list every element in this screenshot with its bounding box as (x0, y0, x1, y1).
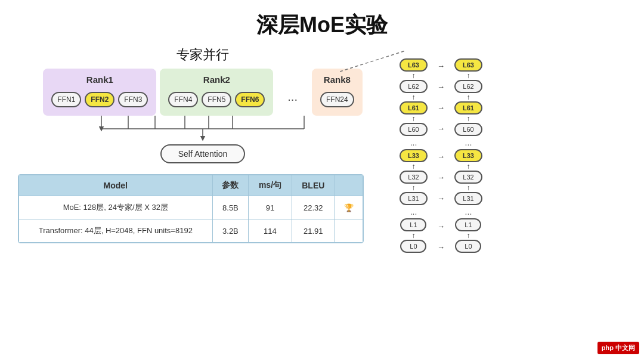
layer-L33-left: L33 (400, 149, 428, 162)
ffn24-node: FFN24 (320, 92, 354, 107)
table-row: Transformer: 44层, H=2048, FFN units=8192… (19, 219, 363, 243)
rank1-label: Rank1 (86, 75, 113, 85)
col-params: 参数 (212, 175, 249, 196)
col-model: Model (19, 175, 213, 196)
arrows-svg (75, 116, 331, 142)
layer-L62-left: L62 (400, 80, 427, 93)
expert-section: 专家并行 Rank1 FFN1 FFN2 FFN3 R (18, 46, 388, 163)
ffn4-node: FFN4 (168, 92, 198, 107)
watermark-text: php 中文网 (602, 344, 635, 351)
layer-L62-right: L62 (454, 80, 482, 93)
expert-subtitle: 专家并行 (18, 46, 388, 64)
page-title: 深层MoE实验 (0, 0, 644, 46)
layer-stack-left: L63 ↑ L62 ↑ L61 ↑ L60 ... L33 ↑ L32 ↑ L3… (400, 58, 428, 253)
row2-ms: 114 (249, 219, 292, 243)
ffn3-node: FFN3 (118, 92, 148, 107)
layer-L32-right: L32 (454, 171, 482, 184)
right-panel: L63 ↑ L62 ↑ L61 ↑ L60 ... L33 ↑ L32 ↑ L3… (400, 58, 626, 253)
layer-L31-left: L31 (400, 192, 427, 205)
rank2-box: Rank2 FFN4 FFN5 FFN6 (160, 69, 273, 116)
layer-L1-left: L1 (400, 218, 426, 231)
row2-model: Transformer: 44层, H=2048, FFN units=8192 (19, 219, 213, 243)
watermark: php 中文网 (597, 342, 639, 354)
layer-L1-right: L1 (455, 218, 481, 231)
layer-L0-right: L0 (455, 240, 481, 253)
table-row: MoE: 128层, 24专家/层 X 32层 8.5B 91 22.32 🏆 (19, 196, 363, 219)
self-attention-wrapper: Self Attention (160, 144, 246, 163)
rank8-label: Rank8 (324, 75, 351, 85)
results-table: Model 参数 ms/句 BLEU MoE: 128层, 24专家/层 X 3… (18, 174, 364, 243)
row2-trophy (335, 219, 363, 243)
layer-L33-right: L33 (454, 149, 482, 162)
left-panel: 专家并行 Rank1 FFN1 FFN2 FFN3 R (18, 46, 388, 243)
arrow-area (75, 116, 331, 142)
layer-L32-left: L32 (400, 171, 427, 184)
layer-L60-right: L60 (454, 123, 482, 136)
layer-L63-right: L63 (454, 58, 482, 72)
ffn1-node: FFN1 (51, 92, 81, 107)
rank-dots: ... (277, 90, 308, 116)
layer-L61-left: L61 (400, 101, 428, 114)
rank1-box: Rank1 FFN1 FFN2 FFN3 (43, 69, 156, 116)
row1-ms: 91 (249, 196, 292, 219)
layer-stack-right: L63 ↑ L62 ↑ L61 ↑ L60 ... L33 ↑ L32 ↑ L3… (454, 58, 482, 253)
rank1-ffn-row: FFN1 FFN2 FFN3 (51, 92, 148, 107)
inter-stack-arrows: → → → → → → → → → (437, 58, 445, 253)
layer-L63-left: L63 (400, 58, 428, 72)
row2-params: 3.2B (212, 219, 249, 243)
rank8-ffn-row: FFN24 (320, 92, 354, 107)
rank8-box: Rank8 FFN24 (312, 69, 363, 116)
col-trophy (335, 175, 363, 196)
ffn6-node: FFN6 (235, 92, 265, 107)
rank2-ffn-row: FFN4 FFN5 FFN6 (168, 92, 265, 107)
table-header-row: Model 参数 ms/句 BLEU (19, 175, 363, 196)
col-ms: ms/句 (249, 175, 292, 196)
col-bleu: BLEU (292, 175, 335, 196)
layer-L0-left: L0 (400, 240, 426, 253)
row1-bleu: 22.32 (292, 196, 335, 219)
rank2-label: Rank2 (203, 75, 230, 85)
ffn5-node: FFN5 (202, 92, 231, 107)
layer-L60-left: L60 (400, 123, 427, 136)
row1-model: MoE: 128层, 24专家/层 X 32层 (19, 196, 213, 219)
row2-bleu: 21.91 (292, 219, 335, 243)
row1-trophy: 🏆 (335, 196, 363, 219)
self-attention-box: Self Attention (160, 144, 246, 163)
layer-L61-right: L61 (454, 101, 482, 114)
layer-L31-right: L31 (454, 192, 482, 205)
row1-params: 8.5B (212, 196, 249, 219)
ffn2-node: FFN2 (85, 92, 114, 107)
